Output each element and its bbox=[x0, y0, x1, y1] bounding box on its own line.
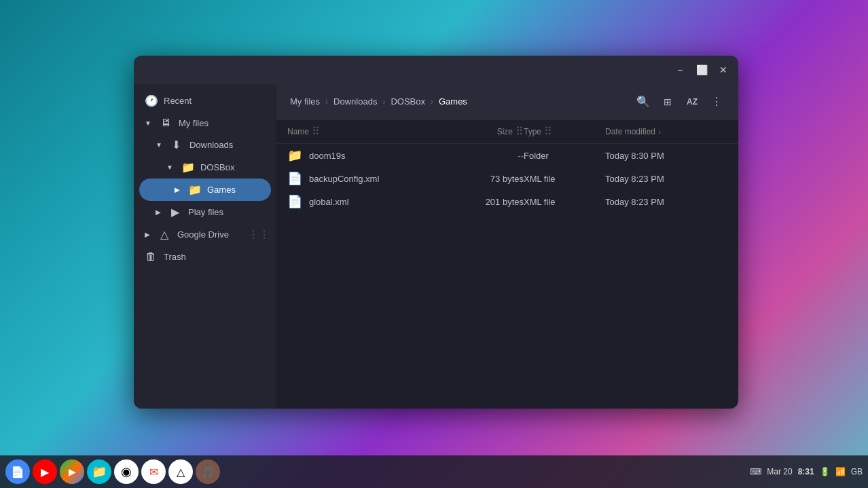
playfiles-chevron: ▶ bbox=[156, 208, 161, 216]
name-col-drag[interactable]: ⠿ bbox=[312, 125, 320, 138]
col-header-size[interactable]: Size ⠿ bbox=[442, 125, 524, 138]
file-manager-window: − ⬜ ✕ 🕐 Recent ▼ 🖥 My files bbox=[134, 56, 738, 409]
taskbar-app-playstore[interactable]: ▶ bbox=[60, 459, 84, 484]
header-actions: 🔍 ⊞ AZ ⋮ bbox=[632, 91, 727, 113]
music-icon: 🎵 bbox=[201, 466, 215, 478]
breadcrumb-games[interactable]: Games bbox=[436, 95, 470, 108]
close-button[interactable]: ✕ bbox=[714, 60, 733, 79]
downloads-icon: ⬇ bbox=[170, 138, 183, 151]
downloads-chevron: ▼ bbox=[156, 141, 162, 149]
main-area: My files › Downloads › DOSBox › Games 🔍 … bbox=[276, 84, 738, 409]
size-col-drag[interactable]: ⠿ bbox=[516, 125, 524, 138]
trash-icon: 🗑 bbox=[145, 250, 157, 263]
sidebar-recent-label: Recent bbox=[164, 96, 192, 106]
sidebar-item-recent[interactable]: 🕐 Recent bbox=[134, 90, 276, 112]
content-area: 🕐 Recent ▼ 🖥 My files ▼ ⬇ Downloads bbox=[134, 84, 738, 409]
sidebar-dosbox-label: DOSBox bbox=[200, 162, 235, 172]
window-controls: − ⬜ ✕ bbox=[670, 60, 733, 79]
sidebar-item-trash[interactable]: 🗑 Trash bbox=[134, 246, 276, 267]
sort-button[interactable]: AZ bbox=[681, 91, 703, 113]
taskbar-apps: 📄 ▶ ▶ 📁 ◉ ✉ △ 🎵 bbox=[5, 459, 220, 484]
table-row[interactable]: 📁 doom19s -- Folder Today 8:30 PM bbox=[276, 144, 738, 167]
file-type: Folder bbox=[524, 151, 605, 161]
googledrive-chevron: ▶ bbox=[145, 231, 150, 238]
more-options-button[interactable]: ⋮ bbox=[706, 91, 727, 113]
taskbar-app-gmail[interactable]: ✉ bbox=[141, 459, 166, 484]
taskbar-app-chrome[interactable]: ◉ bbox=[114, 459, 139, 484]
breadcrumb: My files › Downloads › DOSBox › Games bbox=[287, 95, 627, 108]
maximize-button[interactable]: ⬜ bbox=[692, 60, 711, 79]
col-header-type[interactable]: Type ⠿ bbox=[524, 125, 605, 138]
sidebar-googledrive-label: Google Drive bbox=[177, 229, 229, 240]
myfiles-chevron: ▼ bbox=[145, 119, 151, 127]
table-row[interactable]: 📄 global.xml 201 bytes XML file Today 8:… bbox=[276, 190, 738, 213]
file-size: -- bbox=[442, 151, 524, 161]
sidebar-item-games[interactable]: ▶ 📁 Games bbox=[139, 179, 271, 201]
battery-label: GB bbox=[851, 467, 863, 476]
sidebar-downloads-label: Downloads bbox=[189, 140, 233, 150]
taskbar-status: ⌨ Mar 20 8:31 🔋 📶 GB bbox=[750, 467, 863, 476]
sidebar-item-dosbox[interactable]: ▼ 📁 DOSBox bbox=[134, 156, 276, 179]
folder-icon: 📁 bbox=[287, 148, 302, 163]
file-type: XML file bbox=[524, 174, 605, 184]
taskbar-date: Mar 20 bbox=[767, 467, 792, 476]
sidebar-section-downloads: ▼ ⬇ Downloads ▼ 📁 DOSBox ▶ bbox=[134, 134, 276, 201]
file-size: 73 bytes bbox=[442, 174, 524, 184]
file-name: global.xml bbox=[309, 197, 349, 207]
more-icon: ⋮ bbox=[711, 95, 722, 108]
breadcrumb-sep3: › bbox=[431, 97, 433, 107]
taskbar-app-docs[interactable]: 📄 bbox=[5, 459, 30, 484]
taskbar-app-drive[interactable]: △ bbox=[168, 459, 193, 484]
xml-file-icon: 📄 bbox=[287, 171, 302, 186]
chrome-icon: ◉ bbox=[121, 464, 132, 479]
taskbar-app-music[interactable]: 🎵 bbox=[196, 459, 220, 484]
file-date: Today 8:23 PM bbox=[605, 197, 727, 207]
breadcrumb-downloads[interactable]: Downloads bbox=[331, 95, 380, 108]
breadcrumb-sep1: › bbox=[325, 97, 328, 107]
file-date: Today 8:30 PM bbox=[605, 151, 727, 161]
sidebar-section-dosbox: ▼ 📁 DOSBox ▶ 📁 Games bbox=[134, 156, 276, 201]
taskbar-app-files[interactable]: 📁 bbox=[87, 459, 111, 484]
title-bar: − ⬜ ✕ bbox=[134, 56, 738, 84]
sidebar-item-playfiles[interactable]: ▶ ▶ Play files bbox=[134, 201, 276, 223]
sidebar-games-label: Games bbox=[207, 185, 236, 195]
taskbar-time: 8:31 bbox=[798, 467, 814, 476]
table-row[interactable]: 📄 backupConfig.xml 73 bytes XML file Tod… bbox=[276, 167, 738, 190]
minimize-button[interactable]: − bbox=[670, 60, 689, 79]
file-date: Today 8:23 PM bbox=[605, 174, 727, 184]
search-button[interactable]: 🔍 bbox=[632, 91, 654, 113]
file-name-cell: 📁 doom19s bbox=[287, 148, 442, 163]
sort-icon: AZ bbox=[687, 97, 698, 107]
header-bar: My files › Downloads › DOSBox › Games 🔍 … bbox=[276, 84, 738, 119]
file-size: 201 bytes bbox=[442, 197, 524, 207]
file-name-cell: 📄 global.xml bbox=[287, 194, 442, 209]
breadcrumb-sep2: › bbox=[382, 97, 385, 107]
search-icon: 🔍 bbox=[636, 95, 650, 108]
file-name-cell: 📄 backupConfig.xml bbox=[287, 171, 442, 186]
sidebar-playfiles-label: Play files bbox=[188, 207, 223, 217]
sidebar-item-myfiles[interactable]: ▼ 🖥 My files bbox=[134, 112, 276, 134]
playstore-icon: ▶ bbox=[69, 466, 76, 477]
googledrive-dots: ⋮⋮ bbox=[248, 228, 270, 241]
taskbar-app-youtube[interactable]: ▶ bbox=[33, 459, 57, 484]
sidebar-myfiles-label: My files bbox=[179, 118, 209, 128]
sidebar-item-downloads[interactable]: ▼ ⬇ Downloads bbox=[134, 134, 276, 156]
grid-view-button[interactable]: ⊞ bbox=[657, 91, 679, 113]
docs-icon: 📄 bbox=[11, 466, 24, 478]
col-header-name[interactable]: Name ⠿ bbox=[287, 125, 442, 138]
file-area: Name ⠿ Size ⠿ Type ⠿ Date modified ↓ bbox=[276, 119, 738, 409]
battery-icon: 🔋 bbox=[820, 467, 830, 476]
file-type: XML file bbox=[524, 197, 605, 207]
breadcrumb-myfiles[interactable]: My files bbox=[287, 95, 323, 108]
files-icon: 📁 bbox=[92, 464, 107, 479]
col-header-date[interactable]: Date modified ↓ bbox=[605, 127, 727, 136]
xml-file-icon: 📄 bbox=[287, 194, 302, 209]
games-chevron: ▶ bbox=[175, 186, 180, 193]
sidebar-item-googledrive[interactable]: ▶ △ Google Drive ⋮⋮ bbox=[134, 223, 276, 246]
recent-icon: 🕐 bbox=[145, 94, 157, 107]
gmail-icon: ✉ bbox=[149, 466, 158, 478]
drive-icon: △ bbox=[177, 466, 185, 478]
type-col-drag[interactable]: ⠿ bbox=[544, 125, 552, 138]
breadcrumb-dosbox[interactable]: DOSBox bbox=[388, 95, 428, 108]
date-sort-icon: ↓ bbox=[658, 128, 662, 135]
